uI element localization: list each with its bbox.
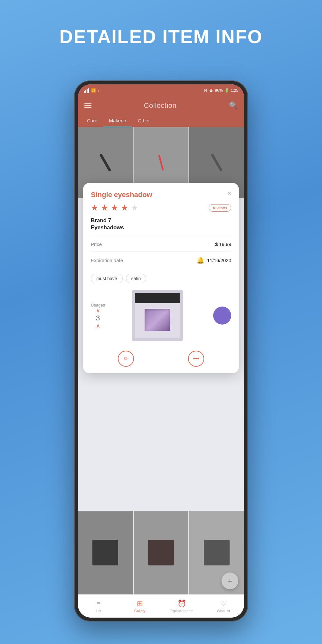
nav-list[interactable]: ≡ List — [87, 600, 110, 613]
more-icon: ••• — [193, 355, 199, 362]
tab-bar: Care Makeup Other — [78, 115, 244, 127]
status-right: N ⏰ 96% 🔋 1:25 — [204, 88, 238, 93]
expiration-value: 🔔 11/16/2020 — [196, 256, 231, 264]
star-3: ★ — [111, 203, 118, 213]
download-icon: ↓ — [98, 88, 100, 93]
tags-row: must have satin — [91, 274, 231, 283]
tab-other[interactable]: Other — [132, 115, 156, 127]
star-5: ★ — [131, 203, 138, 213]
nav-expiration[interactable]: ⏰ Expiration date — [170, 600, 193, 613]
usages-down-button[interactable]: ∨ — [96, 308, 100, 313]
modal-actions: ✏ ••• — [91, 348, 231, 367]
usages-up-button[interactable]: ∧ — [96, 323, 100, 329]
price-label: Price — [91, 242, 102, 247]
price-value: $ 19.99 — [215, 242, 231, 247]
fab-add-button[interactable]: + — [222, 573, 238, 589]
gallery-icon: ⊞ — [137, 600, 143, 608]
modal-title: Single eyeshadow — [91, 191, 152, 199]
bottom-nav: ≡ List ⊞ Gallery ⏰ Expiration date ♡ Wis… — [78, 594, 244, 618]
battery-icon: 🔋 — [224, 88, 229, 93]
menu-button[interactable] — [84, 103, 91, 108]
nfc-icon: N — [204, 88, 207, 93]
edit-icon: ✏ — [124, 355, 128, 362]
nav-gallery[interactable]: ⊞ Gallery — [128, 600, 151, 613]
product-section: Usages ∨ 3 ∧ — [91, 290, 231, 341]
price-row: Price $ 19.99 — [91, 237, 231, 251]
reviews-button[interactable]: reviews — [209, 204, 231, 212]
edit-button[interactable]: ✏ — [118, 351, 134, 367]
phone-screen: 📶 ↓ N ⏰ 96% 🔋 1:25 Collection 🔍 Care — [78, 84, 244, 618]
fab-plus-icon: + — [227, 576, 232, 586]
tag-satin[interactable]: satin — [126, 274, 147, 283]
product-image — [132, 290, 183, 341]
clock: 1:25 — [231, 88, 238, 93]
alarm-icon: ⏰ — [209, 88, 213, 93]
grid-item-1[interactable] — [78, 511, 133, 594]
usages-count: 3 — [96, 314, 100, 322]
expiration-icon: ⏰ — [177, 600, 186, 608]
nav-expiration-label: Expiration date — [170, 609, 193, 613]
list-icon: ≡ — [97, 600, 101, 608]
star-2: ★ — [101, 203, 108, 213]
nav-gallery-label: Gallery — [134, 609, 146, 613]
more-button[interactable]: ••• — [188, 351, 204, 367]
eyeshadow-thumbnail — [135, 293, 180, 338]
modal-header: Single eyeshadow × — [91, 191, 231, 199]
nav-list-label: List — [96, 609, 101, 613]
brand-name: Brand 7 — [91, 217, 231, 224]
eyeshadow-pan — [145, 309, 170, 331]
wifi-icon: 📶 — [91, 88, 96, 93]
phone-frame: 📶 ↓ N ⏰ 96% 🔋 1:25 Collection 🔍 Care — [74, 80, 248, 621]
signal-icon — [84, 88, 89, 93]
usages-control: Usages ∨ 3 ∧ — [91, 303, 105, 329]
hero-title: DETAILED ITEM INFO — [0, 26, 322, 47]
nav-wishlist[interactable]: ♡ Wish list — [212, 600, 235, 613]
category-name: Eyeshadows — [91, 224, 231, 231]
app-bar: Collection 🔍 — [78, 97, 244, 115]
expiration-label: Expiration date — [91, 258, 123, 263]
star-4: ★ — [121, 203, 128, 213]
tab-makeup[interactable]: Makeup — [103, 115, 132, 127]
star-1: ★ — [91, 203, 98, 213]
tag-must-have[interactable]: must have — [91, 274, 123, 283]
rating-row: ★ ★ ★ ★ ★ reviews — [91, 203, 231, 213]
search-button[interactable]: 🔍 — [229, 101, 238, 110]
usages-label: Usages — [91, 303, 105, 308]
status-bar: 📶 ↓ N ⏰ 96% 🔋 1:25 — [78, 84, 244, 97]
product-grid — [78, 511, 244, 594]
wishlist-icon: ♡ — [220, 600, 227, 608]
selected-color-circle[interactable] — [213, 307, 231, 325]
expiration-row: Expiration date 🔔 11/16/2020 — [91, 251, 231, 269]
tab-care[interactable]: Care — [81, 115, 103, 127]
item-detail-modal: Single eyeshadow × ★ ★ ★ ★ ★ reviews Bra… — [83, 183, 239, 373]
close-button[interactable]: × — [227, 190, 231, 197]
app-title: Collection — [144, 101, 177, 110]
nav-wishlist-label: Wish list — [217, 609, 230, 613]
status-left: 📶 ↓ — [84, 88, 100, 93]
bell-icon[interactable]: 🔔 — [196, 256, 204, 264]
battery-percent: 96% — [215, 88, 223, 93]
grid-item-2[interactable] — [134, 511, 188, 594]
eyeshadow-lid — [135, 293, 180, 303]
